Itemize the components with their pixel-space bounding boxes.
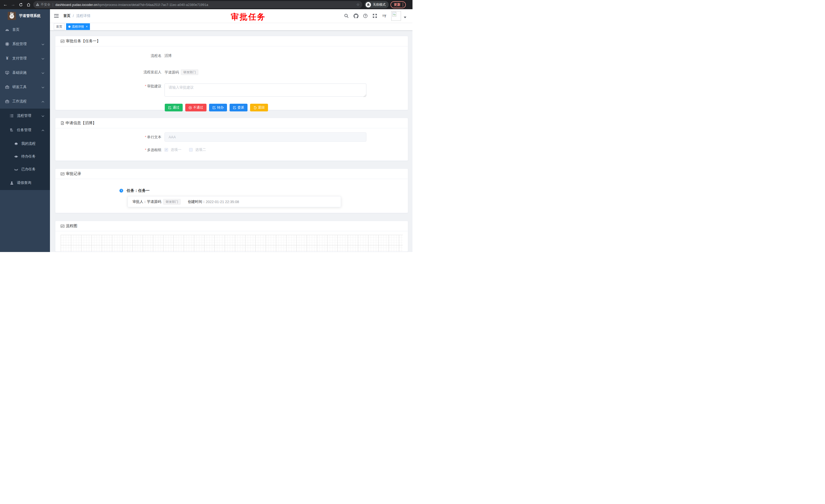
list-tree-icon	[10, 114, 14, 118]
sidebar-item-payment[interactable]: ¥ 支付管理	[0, 51, 50, 66]
font-size-icon[interactable]: TT	[382, 13, 387, 18]
security-label[interactable]: 不安全	[41, 3, 51, 7]
navbar-actions: TT	[344, 9, 406, 22]
dashboard-icon	[5, 28, 9, 32]
avatar[interactable]	[391, 11, 401, 21]
approver-value: 芋道源码	[147, 199, 161, 204]
initiator-value: 芋道源码	[164, 70, 179, 75]
sidebar-collapse-icon[interactable]	[53, 12, 60, 19]
textarea-resize-handle[interactable]	[364, 94, 366, 97]
text-field-input-disabled: AAA	[164, 133, 366, 142]
logo-row[interactable]: 芋道管理系统	[0, 9, 50, 22]
opinion-textarea[interactable]	[164, 83, 366, 96]
delegate-button[interactable]: 委派	[230, 104, 247, 111]
sidebar-item-task-mgmt[interactable]: 任务管理	[0, 123, 50, 137]
sidebar-item-my-process[interactable]: 我的流程	[0, 137, 50, 150]
picture-icon	[61, 224, 65, 228]
task-title: 任务：任务一	[127, 188, 150, 193]
diagram-card-header: 流程图	[55, 221, 408, 231]
sidebar-item-workflow[interactable]: 工作流程	[0, 94, 50, 108]
reload-icon[interactable]	[17, 1, 24, 8]
user-icon	[10, 181, 14, 185]
browser-chrome: ← → 不安全 | dashboard.yudao.iocoder.cn/bpm…	[0, 0, 412, 9]
toolbox-icon	[5, 99, 9, 103]
search-icon[interactable]	[344, 13, 349, 18]
not-secure-warning-icon	[36, 3, 39, 7]
required-asterisk: *	[145, 148, 146, 152]
sidebar-item-devtools[interactable]: 研发工具	[0, 80, 50, 94]
active-tab-dot	[68, 26, 70, 28]
clock-icon	[119, 188, 124, 193]
sidebar-item-todo-tasks[interactable]: 待办任务	[0, 150, 50, 163]
incognito-icon	[366, 2, 371, 7]
sidebar-item-system[interactable]: 系统管理	[0, 37, 50, 51]
transfer-button[interactable]: 转办	[209, 104, 227, 111]
address-bar[interactable]: 不安全 | dashboard.yudao.iocoder.cn/bpm/pro…	[33, 1, 362, 8]
update-label: 更新	[394, 2, 400, 7]
tabs-bar: 首页 流程详情 ×	[50, 22, 412, 30]
chevron-down-icon	[42, 85, 44, 89]
created-time: 2022-01-21 22:35:08	[206, 200, 239, 204]
approver-dept-tag: 研发部门	[163, 199, 180, 204]
page-content: 审批任务【任务一】 流程名 滔博 流程发起人 芋道源码 研发部门	[50, 30, 412, 252]
chevron-down-icon	[42, 71, 44, 75]
process-diagram-card: 流程图	[55, 221, 408, 252]
return-button[interactable]: 退回	[250, 104, 268, 111]
checkbox-group-label: *多选框组	[55, 147, 164, 152]
bookmark-star-icon[interactable]: ☆	[356, 2, 360, 7]
chevron-down-icon	[42, 42, 44, 46]
initiator-dept-tag: 研发部门	[181, 69, 198, 75]
apply-card-body: *单行文本 AAA *多选框组 ✓ 选项一	[55, 133, 408, 152]
page-url: dashboard.yudao.iocoder.cn/bpm/process-i…	[55, 3, 354, 7]
help-icon[interactable]	[363, 13, 368, 18]
record-detail-card: 审批人： 芋道源码 研发部门 创建时间： 2022-01-21 22:35:08	[128, 196, 341, 207]
opinion-row: *审批建议	[55, 83, 408, 97]
face-icon	[14, 142, 18, 146]
records-card-header: 审批记录	[55, 169, 408, 179]
app: 芋道管理系统 首页 系统管理 ¥ 支付管理	[0, 9, 412, 252]
sidebar-item-done-tasks[interactable]: 已办任务	[0, 163, 50, 176]
initiator-row: 流程发起人 芋道源码 研发部门	[55, 69, 408, 75]
back-icon[interactable]: ←	[2, 1, 9, 8]
reject-button[interactable]: 不通过	[185, 104, 207, 111]
toolbox-icon	[5, 85, 9, 89]
browser-menu-icon[interactable]	[402, 3, 403, 6]
org-tree-icon	[10, 128, 14, 132]
sidebar-item-leave-query[interactable]: 请假查询	[0, 176, 50, 190]
apply-card-header: 申请信息【滔博】	[55, 118, 408, 128]
github-icon[interactable]	[353, 13, 359, 18]
sidebar-item-infra[interactable]: 基础设施	[0, 66, 50, 80]
checkbox-checked-icon: ✓	[164, 148, 168, 152]
navbar: 首页 / 流程详情 审批任务	[50, 9, 412, 22]
tab-process-detail[interactable]: 流程详情 ×	[66, 23, 90, 30]
apply-card-title: 申请信息【滔博】	[66, 120, 96, 125]
breadcrumb-home[interactable]: 首页	[63, 14, 70, 18]
browser-update-button[interactable]: 更新	[390, 1, 406, 8]
process-name-label: 流程名	[55, 53, 164, 58]
approve-actions: 通过 不通过 转办 委	[165, 104, 408, 115]
home-icon[interactable]	[24, 1, 32, 8]
bpmn-canvas-grid	[61, 235, 403, 252]
close-icon[interactable]: ×	[86, 25, 88, 28]
timeline-task-row: 任务：任务一	[119, 188, 408, 193]
main: 首页 / 流程详情 审批任务	[50, 9, 412, 252]
text-field-label: *单行文本	[55, 135, 164, 140]
opinion-label: *审批建议	[55, 83, 164, 97]
apply-info-card: 申请信息【滔博】 *单行文本 AAA *多选框组 ✓ 选项	[55, 118, 408, 161]
sidebar-item-home[interactable]: 首页	[0, 22, 50, 37]
fullscreen-icon[interactable]	[372, 13, 377, 18]
avatar-caret-icon[interactable]	[404, 17, 406, 18]
approve-card-body: 流程名 滔博 流程发起人 芋道源码 研发部门 *审批建议	[55, 53, 408, 115]
forward-icon[interactable]: →	[9, 1, 17, 8]
checkbox-option2: 选项二	[189, 148, 206, 152]
eye-open-icon	[14, 154, 18, 159]
required-asterisk: *	[145, 84, 146, 88]
records-card-body: 任务：任务一 审批人： 芋道源码 研发部门 创建时间： 2022-01-21 2…	[55, 188, 408, 207]
sidebar-item-process-mgmt[interactable]: 流程管理	[0, 108, 50, 123]
tab-home[interactable]: 首页	[54, 23, 65, 30]
incognito-badge: 无痕模式	[365, 1, 389, 8]
required-asterisk: *	[145, 135, 146, 139]
text-field-row: *单行文本 AAA	[55, 133, 408, 142]
process-name-row: 流程名 滔博	[55, 53, 408, 58]
pass-button[interactable]: 通过	[165, 104, 183, 111]
